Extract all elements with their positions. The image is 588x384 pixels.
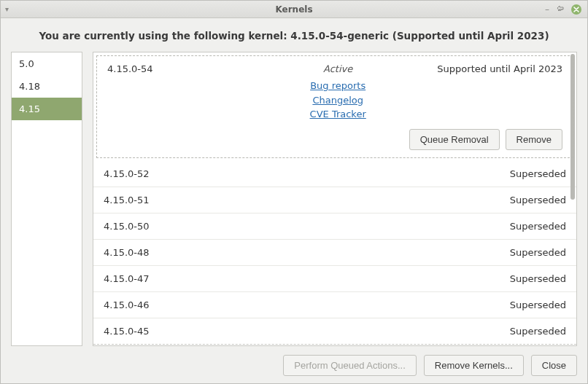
kernel-row-status: Superseded xyxy=(510,221,566,232)
minimize-icon[interactable]: – xyxy=(545,5,549,14)
remove-kernels-button[interactable]: Remove Kernels... xyxy=(424,355,524,376)
sidebar-item-4-18[interactable]: 4.18 xyxy=(12,75,82,98)
active-kernel-header: 4.15.0-54 Active Bug reports Changelog C… xyxy=(107,63,562,122)
panes: 5.0 4.18 4.15 4.15.0-54 Active Bug repor… xyxy=(11,52,577,346)
kernel-list-panel: 4.15.0-54 Active Bug reports Changelog C… xyxy=(93,52,577,346)
kernel-row-status: Superseded xyxy=(510,247,566,258)
kernel-row[interactable]: 4.15.0-51 Superseded xyxy=(93,187,576,213)
kernel-row[interactable]: 4.15.0-50 Superseded xyxy=(93,213,576,240)
titlebar: ▾ Kernels – xyxy=(1,1,587,18)
remove-button[interactable]: Remove xyxy=(506,129,562,150)
window-title: Kernels xyxy=(1,4,587,15)
active-kernel-support: Supported until April 2023 xyxy=(437,63,562,74)
queue-removal-button[interactable]: Queue Removal xyxy=(409,129,500,150)
kernel-row-status: Superseded xyxy=(510,168,566,179)
active-kernel-card: 4.15.0-54 Active Bug reports Changelog C… xyxy=(96,55,573,158)
active-kernel-status: Active xyxy=(239,63,437,74)
changelog-link[interactable]: Changelog xyxy=(239,93,437,108)
active-kernel-actions: Queue Removal Remove xyxy=(107,129,562,150)
kernel-row-version: 4.15.0-47 xyxy=(104,273,510,284)
perform-queued-actions-button[interactable]: Perform Queued Actions... xyxy=(283,355,416,376)
page-title: You are currently using the following ke… xyxy=(11,30,577,42)
maximize-icon[interactable] xyxy=(557,5,564,14)
cve-tracker-link[interactable]: CVE Tracker xyxy=(239,107,437,122)
kernel-row-status: Superseded xyxy=(510,326,566,337)
kernel-row-status: Superseded xyxy=(510,299,566,310)
kernel-row[interactable]: 4.15.0-46 Superseded xyxy=(93,292,576,318)
kernel-row-version: 4.15.0-45 xyxy=(104,326,510,337)
kernel-rows: 4.15.0-52 Superseded 4.15.0-51 Supersede… xyxy=(93,161,576,346)
footer-actions: Perform Queued Actions... Remove Kernels… xyxy=(11,346,577,376)
kernel-row-version: 4.15.0-48 xyxy=(104,247,510,258)
kernel-row-version: 4.15.0-46 xyxy=(104,299,510,310)
kernel-row-status: Superseded xyxy=(510,273,566,284)
content: You are currently using the following ke… xyxy=(1,18,587,383)
kernel-series-sidebar: 5.0 4.18 4.15 xyxy=(11,52,82,346)
kernel-row[interactable]: 4.15.0-47 Superseded xyxy=(93,266,576,292)
sidebar-item-4-15[interactable]: 4.15 xyxy=(12,98,82,120)
kernel-row-version: 4.15.0-51 xyxy=(104,195,510,205)
kernel-row-version: 4.15.0-50 xyxy=(104,221,510,232)
kernel-row[interactable]: 4.15.0-52 Superseded xyxy=(93,161,576,187)
kernel-row-status: Superseded xyxy=(510,195,566,205)
kernel-row-version: 4.15.0-52 xyxy=(104,168,510,179)
active-kernel-center: Active Bug reports Changelog CVE Tracker xyxy=(239,63,437,122)
app-menu-icon[interactable]: ▾ xyxy=(5,5,9,13)
close-button[interactable]: Close xyxy=(531,355,577,376)
window-controls: – xyxy=(545,4,587,15)
active-kernel-version: 4.15.0-54 xyxy=(107,63,239,74)
kernel-row[interactable]: 4.15.0-45 Superseded xyxy=(93,318,576,345)
close-icon[interactable] xyxy=(571,4,581,15)
bug-reports-link[interactable]: Bug reports xyxy=(239,79,437,93)
window: ▾ Kernels – You are currently using the … xyxy=(0,0,588,384)
sidebar-item-5-0[interactable]: 5.0 xyxy=(12,52,82,75)
kernel-row[interactable]: 4.15.0-48 Superseded xyxy=(93,240,576,266)
